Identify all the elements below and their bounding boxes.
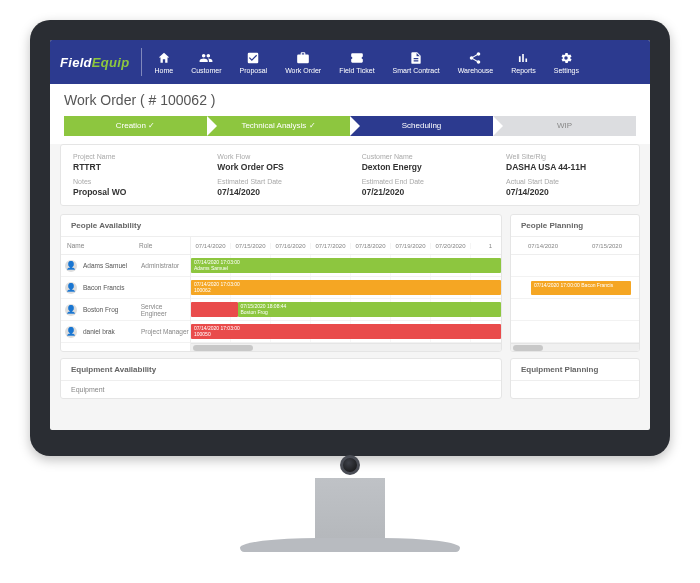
nav-work-order[interactable]: Work Order <box>277 49 329 76</box>
person-row[interactable]: 👤Boston FrogService Engineer <box>61 299 190 321</box>
nav-reports[interactable]: Reports <box>503 49 544 76</box>
avatar-icon: 👤 <box>65 282 77 294</box>
gantt-bar-row: 07/14/2020 17:03:00Adams Samuel <box>191 255 501 277</box>
gantt-bar[interactable]: 07/14/2020 17:03:00Adams Samuel <box>191 258 501 273</box>
step-label: Scheduling <box>402 121 442 130</box>
step-label: Technical Analysis ✓ <box>241 121 315 130</box>
equipment-planning-panel: Equipment Planning <box>510 358 640 399</box>
step-wip[interactable]: WIP <box>493 116 636 136</box>
brand-field: Field <box>60 55 92 70</box>
step-label: WIP <box>557 121 572 130</box>
person-name: Bacon Francis <box>81 284 137 291</box>
step-creation[interactable]: Creation ✓ <box>64 116 207 136</box>
step-scheduling[interactable]: Scheduling <box>350 116 493 136</box>
label: Customer Name <box>362 153 496 160</box>
nav-customer[interactable]: Customer <box>183 49 229 76</box>
person-role: Service Engineer <box>137 303 190 317</box>
horizontal-scrollbar[interactable] <box>511 343 639 351</box>
label: Estimated End Date <box>362 178 496 185</box>
date-header: 07/19/2020 <box>391 243 431 249</box>
nav-settings[interactable]: Settings <box>546 49 587 76</box>
gantt-bar-row: 07/15/2020 18:08:44Boston Frog <box>191 299 501 321</box>
person-name: Boston Frog <box>81 306 137 313</box>
nav-label: Settings <box>554 67 579 74</box>
equipment-col: Equipment <box>61 381 501 398</box>
value: Dexton Energy <box>362 162 496 172</box>
divider <box>141 48 142 76</box>
gantt-bar[interactable]: 07/14/2020 17:03:00100050 <box>191 324 501 339</box>
page-title: Work Order ( # 100062 ) <box>50 84 650 116</box>
nav-label: Customer <box>191 67 221 74</box>
scrollbar-thumb[interactable] <box>193 345 253 351</box>
value: Proposal WO <box>73 187 207 197</box>
panel-title: Equipment Planning <box>511 359 639 381</box>
nav-home[interactable]: Home <box>146 49 181 76</box>
date-header: 07/14/2020 <box>191 243 231 249</box>
person-row[interactable]: 👤Bacon Francis <box>61 277 190 299</box>
avatar-icon: 👤 <box>65 304 77 316</box>
gear-icon <box>559 51 573 65</box>
label: Work Flow <box>217 153 351 160</box>
person-row[interactable]: 👤daniel brakProject Manager <box>61 321 190 343</box>
nav-label: Smart Contract <box>393 67 440 74</box>
gantt-bar[interactable]: 07/14/2020 17:03:00100062 <box>191 280 501 295</box>
wellsite-field: Well Site/RigDASHA USA 44-11H <box>506 153 627 172</box>
nav-label: Reports <box>511 67 536 74</box>
label: Estimated Start Date <box>217 178 351 185</box>
gantt-bar[interactable]: 07/15/2020 18:08:44Boston Frog <box>238 302 502 317</box>
brand-equip: Equip <box>92 55 130 70</box>
nav-label: Home <box>154 67 173 74</box>
value: 07/14/2020 <box>217 187 351 197</box>
value: 07/21/2020 <box>362 187 496 197</box>
person-role: Administrator <box>137 262 179 269</box>
progress-stepper: Creation ✓ Technical Analysis ✓ Scheduli… <box>50 116 650 144</box>
monitor-neck <box>315 478 385 538</box>
col-role: Role <box>133 242 158 249</box>
people-availability-panel: People Availability NameRole 👤Adams Samu… <box>60 214 502 352</box>
label: Well Site/Rig <box>506 153 627 160</box>
label: Notes <box>73 178 207 185</box>
date-header: 07/20/2020 <box>431 243 471 249</box>
date-header: 07/17/2020 <box>311 243 351 249</box>
date-header: 07/15/2020 <box>231 243 271 249</box>
people-planning-panel: People Planning 07/14/202007/15/2020 07/… <box>510 214 640 352</box>
est-start-field: Estimated Start Date07/14/2020 <box>217 178 351 197</box>
plan-row <box>511 321 639 343</box>
plan-bar[interactable]: 07/14/2020 17:00:00 Bacon Francis <box>531 281 631 295</box>
share-icon <box>468 51 482 65</box>
step-technical-analysis[interactable]: Technical Analysis ✓ <box>207 116 350 136</box>
project-name-field: Project NameRTTRT <box>73 153 207 172</box>
plan-row <box>511 299 639 321</box>
brand-logo[interactable]: FieldEquip <box>60 55 129 70</box>
gantt-bar-row: 07/14/2020 17:03:00100050 <box>191 321 501 343</box>
gantt-bar-row: 07/14/2020 17:03:00100062 <box>191 277 501 299</box>
col-name: Name <box>61 242 133 249</box>
date-header: 1 <box>471 243 501 249</box>
gantt-left: NameRole 👤Adams SamuelAdministrator👤Baco… <box>61 237 191 351</box>
nav-label: Warehouse <box>458 67 494 74</box>
customer-field: Customer NameDexton Energy <box>362 153 496 172</box>
nav-proposal[interactable]: Proposal <box>231 49 275 76</box>
check-square-icon <box>246 51 260 65</box>
person-row[interactable]: 👤Adams SamuelAdministrator <box>61 255 190 277</box>
nav-field-ticket[interactable]: Field Ticket <box>331 49 382 76</box>
gantt-right[interactable]: 07/14/202007/15/202007/16/202007/17/2020… <box>191 237 501 351</box>
nav-smart-contract[interactable]: Smart Contract <box>385 49 448 76</box>
home-icon <box>157 51 171 65</box>
nav-warehouse[interactable]: Warehouse <box>450 49 502 76</box>
plan-row: 07/14/2020 17:00:00 Bacon Francis <box>511 277 639 299</box>
value: Work Order OFS <box>217 162 351 172</box>
scrollbar-thumb[interactable] <box>513 345 543 351</box>
users-icon <box>199 51 213 65</box>
panel-title: Equipment Availability <box>61 359 501 381</box>
document-icon <box>409 51 423 65</box>
plan-row <box>511 255 639 277</box>
person-role: Project Manager <box>137 328 189 335</box>
availability-gantt: NameRole 👤Adams SamuelAdministrator👤Baco… <box>61 237 501 351</box>
nav-label: Field Ticket <box>339 67 374 74</box>
chart-icon <box>516 51 530 65</box>
info-card: Project NameRTTRT Work FlowWork Order OF… <box>60 144 640 206</box>
gantt-bar[interactable] <box>191 302 238 317</box>
step-label: Creation ✓ <box>116 121 155 130</box>
horizontal-scrollbar[interactable] <box>191 343 501 351</box>
